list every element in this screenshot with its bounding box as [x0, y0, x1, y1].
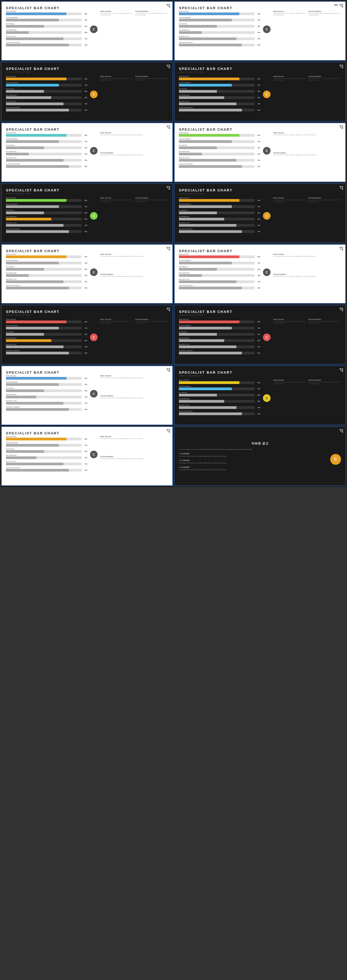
- grade-circle: C: [90, 451, 97, 458]
- bar-container: 80%: [6, 13, 87, 15]
- bar-label: MAILING LIST: [179, 344, 260, 345]
- bar-track: [6, 377, 81, 380]
- bar-row: MAILING LIST 76%: [179, 344, 260, 348]
- bar-label: NETWORKING: [6, 455, 87, 456]
- bar-fill: [6, 286, 69, 290]
- bar-container: 70%: [179, 19, 260, 21]
- bar-track: [6, 146, 81, 149]
- bar-label: PROGRAMMING: [179, 260, 260, 261]
- bar-container: 83%: [6, 286, 87, 290]
- bar-fill: [6, 218, 51, 220]
- bar-row: WEB DESIGN 80%: [179, 197, 260, 202]
- bar-container: 80%: [179, 13, 260, 15]
- bar-label: MAILING LIST: [179, 278, 260, 280]
- bar-track: [179, 153, 255, 155]
- bar-track: [179, 381, 255, 384]
- bar-row: DATABASE 50%: [179, 392, 260, 396]
- bar-fill: [6, 224, 64, 227]
- bar-row: PROGRAMMING 70%: [6, 260, 87, 264]
- bar-value: 50%: [83, 212, 87, 214]
- bar-fill: [179, 327, 232, 329]
- card-title: SPECIALIST BAR CHART: [6, 188, 168, 192]
- bar-track: [179, 327, 255, 329]
- bar-track: [179, 321, 255, 323]
- bar-row: GRAPHIC DESIGN 83%: [179, 285, 260, 290]
- text-body-wd: Lorem ipsum dolor sit amet, consectetur …: [100, 438, 168, 439]
- bar-container: 76%: [6, 345, 87, 348]
- text-heading-wd: WEB DESIGN: [100, 375, 168, 377]
- card-subtitle: INSERT SUBTITLE HERE: [179, 71, 341, 73]
- text-heading-prog: PROGRAMMING: [100, 456, 168, 457]
- bar-row: MAILING LIST 76%: [179, 35, 260, 40]
- bar-label: WEB DESIGN: [179, 132, 260, 134]
- bar-row: WEB DESIGN 80%: [179, 11, 260, 15]
- grade-circle: C: [263, 25, 271, 33]
- bar-track: [6, 408, 81, 411]
- bar-track: [6, 390, 81, 392]
- bar-track: [6, 286, 81, 290]
- bar-track: [6, 78, 81, 80]
- text-heading: PROGRAMMING: [135, 197, 168, 199]
- text-columns: WEB DESIGN Lorem ipsum dolor sit amet, c…: [273, 76, 341, 113]
- bar-container: 50%: [6, 333, 87, 336]
- bar-row: GRAPHIC DESIGN 83%: [179, 228, 260, 233]
- bar-value: 83%: [83, 409, 87, 410]
- grade-circle: C: [90, 147, 97, 154]
- bar-row: DATABASE 50%: [179, 23, 260, 28]
- bar-label: GRAPHIC DESIGN: [179, 228, 260, 230]
- bar-value: 60%: [255, 218, 260, 220]
- card-title: SPECIALIST BAR CHART: [6, 310, 168, 314]
- bar-track: [6, 25, 81, 28]
- bar-row: GRAPHIC DESIGN 83%: [6, 42, 87, 46]
- bar-label: GRAPHIC DESIGN: [6, 285, 87, 286]
- bar-label: DATABASE: [179, 392, 260, 393]
- bar-label: NETWORKING: [6, 394, 87, 395]
- bar-value: 80%: [83, 438, 87, 440]
- bar-row: MAILING LIST 76%: [6, 35, 87, 40]
- chart-card-15: SPECIALIST BAR CHART WEB DESIGN 80% PROG…: [1, 426, 173, 486]
- bar-value: 40%: [83, 396, 87, 398]
- ad-title: 자려면 공고: [251, 441, 269, 445]
- text-body-prog: Lorem ipsum dolor sit amet, consectetur …: [273, 276, 341, 277]
- card-title: SPECIALIST BAR CHART: [179, 310, 341, 314]
- bar-track: [6, 457, 81, 459]
- bar-label: PROGRAMMING: [179, 325, 260, 326]
- bar-track: [179, 84, 255, 86]
- text-heading-wd: WEB DESIGN: [100, 436, 168, 438]
- bar-row: GRAPHIC DESIGN 83%: [6, 107, 87, 111]
- bar-container: 70%: [6, 383, 87, 386]
- card-title: SPECIALIST BAR CHART: [179, 6, 341, 10]
- bar-label: NETWORKING: [179, 398, 260, 400]
- bar-row: NETWORKING 40%: [6, 394, 87, 398]
- card-title: SPECIALIST BAR CHART: [179, 67, 341, 71]
- card-content: WEB DESIGN 80% PROGRAMMING 70% DATABASE …: [6, 76, 168, 113]
- bar-container: 80%: [179, 321, 260, 323]
- text-heading-prog: PROGRAMMING: [100, 274, 168, 275]
- bar-value: 80%: [83, 321, 87, 323]
- text-heading: WEB DESIGN: [100, 319, 133, 320]
- bar-label: NETWORKING: [6, 216, 87, 218]
- bars-section: WEB DESIGN 80% PROGRAMMING 70% DATABASE …: [179, 76, 260, 113]
- bar-value: 80%: [83, 135, 87, 136]
- bar-container: 80%: [6, 134, 87, 137]
- bar-track: [6, 90, 81, 93]
- bar-track: [6, 268, 81, 270]
- text-heading-wd: WEB DESIGN: [100, 132, 168, 134]
- bar-label: MAILING LIST: [6, 344, 87, 345]
- chart-card-6: SPECIALIST BAR CHART WEB DESIGN 80% PROG…: [174, 123, 346, 182]
- bar-value: 83%: [255, 231, 260, 232]
- bar-value: 76%: [255, 224, 260, 226]
- bar-track: [179, 352, 255, 355]
- bar-label: NETWORKING: [6, 94, 87, 96]
- bar-fill: [179, 109, 242, 111]
- card-content: WEB DESIGN 80% PROGRAMMING 70% DATABASE …: [179, 319, 341, 356]
- text-section: WEB DESIGN Lorem ipsum dolor sit amet, c…: [100, 436, 168, 473]
- bar-track: [6, 134, 81, 137]
- card-subtitle: INSERT SUBTITLE HERE: [6, 314, 168, 316]
- bar-track: [179, 134, 255, 137]
- bar-fill: [179, 321, 239, 323]
- card-content: WEB DESIGN 80% PROGRAMMING 70% DATABASE …: [6, 319, 168, 356]
- bar-row: MAILING LIST 76%: [6, 222, 87, 227]
- chart-card-11: SPECIALIST BAR CHART INSERT SUBTITLE HER…: [1, 305, 173, 364]
- bar-track: [6, 31, 81, 34]
